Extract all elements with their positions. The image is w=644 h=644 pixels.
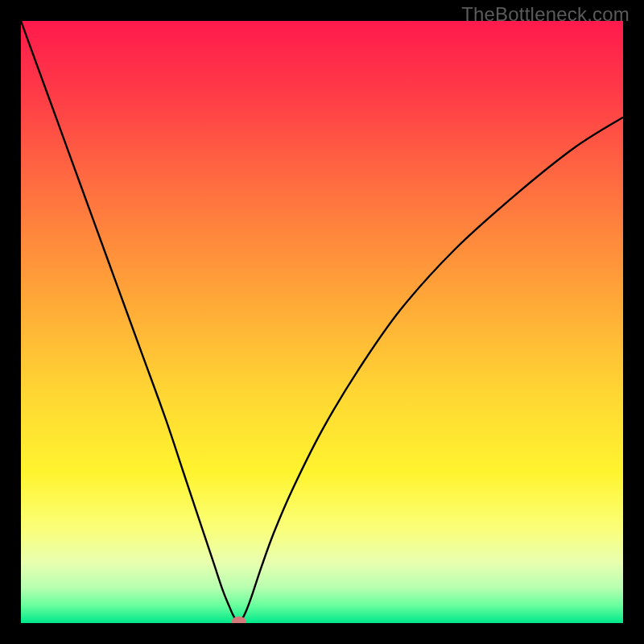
plot-area [21, 21, 623, 623]
bottleneck-chart [21, 21, 623, 623]
watermark-text: TheBottleneck.com [461, 3, 630, 26]
gradient-background [21, 21, 623, 623]
chart-container: TheBottleneck.com [0, 0, 644, 644]
